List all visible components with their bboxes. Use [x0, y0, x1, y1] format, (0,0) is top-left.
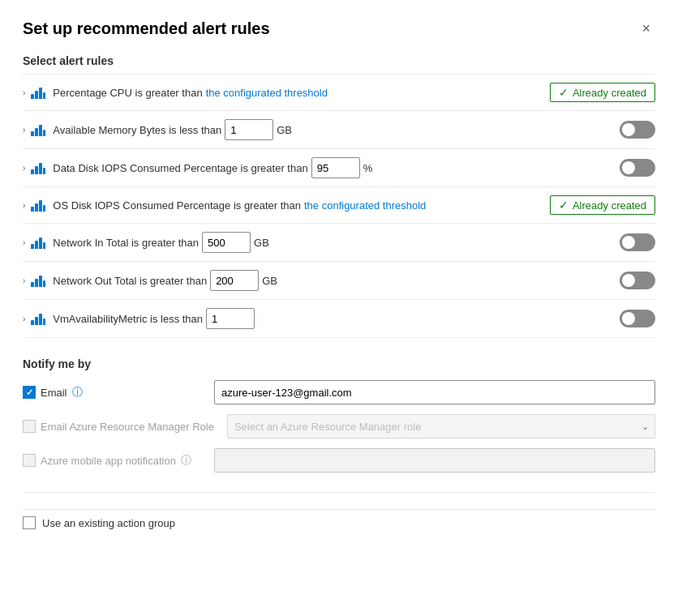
mobile-checkbox[interactable] — [23, 454, 36, 467]
threshold-input-networkout[interactable] — [210, 270, 259, 291]
metric-icon-cpu — [30, 84, 46, 101]
rule-text-networkout: Network Out Total is greater than GB — [53, 270, 581, 291]
rule-text-vmavail: VmAvailabilityMetric is less than — [53, 308, 581, 329]
email-label: Email — [41, 387, 67, 399]
dialog: Set up recommended alert rules × Select … — [0, 0, 678, 616]
rule-text-cpu: Percentage CPU is greater than the confi… — [53, 87, 540, 99]
threshold-input-networkin[interactable] — [202, 232, 251, 253]
metric-icon-networkout — [30, 272, 46, 289]
chevron-right-icon-networkin: › — [23, 238, 25, 247]
mobile-label-col: Azure mobile app notification ⓘ — [23, 453, 201, 468]
metric-icon-vmavail — [30, 310, 46, 327]
toggle-slider-networkout — [620, 272, 655, 289]
toggle-slider-diskiops — [620, 159, 655, 177]
rule-link-cpu[interactable]: the configurated threshold — [206, 87, 328, 99]
chevron-right-icon-vmavail: › — [23, 314, 25, 323]
rule-action-networkin — [590, 233, 655, 251]
rule-row-osdisk: › OS Disk IOPS Consumed Percentage is gr… — [23, 187, 655, 224]
chevron-right-icon: › — [23, 88, 25, 97]
dialog-header: Set up recommended alert rules × — [23, 19, 655, 38]
already-created-badge-osdisk: ✓ Already created — [550, 195, 655, 215]
already-created-badge-cpu: ✓ Already created — [550, 83, 655, 102]
toggle-slider-networkin — [620, 233, 655, 251]
toggle-slider-memory — [620, 121, 655, 139]
threshold-input-memory[interactable] — [225, 119, 273, 140]
arm-select[interactable]: Select an Azure Resource Manager role — [227, 414, 655, 438]
rule-action-diskiops — [590, 159, 655, 177]
arm-checkbox[interactable] — [23, 420, 36, 433]
notify-section: Notify me by Email ⓘ Email Azure Resourc… — [23, 357, 655, 493]
chevron-right-icon-osdisk: › — [23, 201, 25, 210]
rule-row-memory: › Available Memory Bytes is less than GB — [23, 111, 655, 149]
check-icon-osdisk: ✓ — [559, 199, 569, 212]
expand-networkout[interactable]: › — [23, 276, 30, 285]
toggle-diskiops[interactable] — [620, 159, 655, 177]
notify-row-arm: Email Azure Resource Manager Role Select… — [23, 414, 655, 438]
expand-cpu[interactable]: › — [23, 88, 30, 97]
threshold-input-diskiops[interactable] — [311, 157, 360, 178]
dialog-title: Set up recommended alert rules — [23, 19, 270, 38]
rule-link-osdisk[interactable]: the configurated threshold — [304, 199, 426, 212]
rule-row-cpu: › Percentage CPU is greater than the con… — [23, 75, 655, 111]
action-group-checkbox[interactable] — [23, 516, 36, 529]
rule-row-networkin: › Network In Total is greater than GB — [23, 224, 655, 262]
mobile-info-icon[interactable]: ⓘ — [181, 453, 191, 468]
metric-icon-networkin — [30, 234, 46, 250]
rule-action-cpu: ✓ Already created — [550, 83, 655, 102]
rule-action-networkout — [590, 272, 655, 289]
email-label-col: Email ⓘ — [23, 385, 201, 400]
chevron-right-icon-diskiops: › — [23, 164, 25, 173]
rule-action-memory — [590, 121, 655, 139]
chevron-right-icon-networkout: › — [23, 276, 25, 285]
rule-text-memory: Available Memory Bytes is less than GB — [53, 119, 581, 140]
rule-row-diskiops: › Data Disk IOPS Consumed Percentage is … — [23, 149, 655, 187]
expand-vmavail[interactable]: › — [23, 314, 30, 323]
toggle-slider-vmavail — [620, 310, 655, 327]
rule-row-networkout: › Network Out Total is greater than GB — [23, 262, 655, 300]
toggle-networkout[interactable] — [620, 272, 655, 289]
rules-section: Select alert rules › Percentage CPU is g… — [23, 54, 655, 338]
expand-memory[interactable]: › — [23, 126, 30, 135]
mobile-input — [214, 448, 655, 473]
action-group-row: Use an existing action group — [23, 509, 655, 529]
email-info-icon[interactable]: ⓘ — [72, 385, 83, 400]
expand-diskiops[interactable]: › — [23, 164, 30, 173]
metric-icon-diskiops — [30, 160, 46, 176]
metric-icon-osdisk — [30, 197, 46, 213]
rule-text-networkin: Network In Total is greater than GB — [53, 232, 581, 253]
rule-action-osdisk: ✓ Already created — [550, 195, 655, 215]
rules-list: › Percentage CPU is greater than the con… — [23, 74, 655, 338]
check-icon-cpu: ✓ — [559, 86, 569, 99]
action-group-label: Use an existing action group — [42, 517, 175, 529]
arm-label: Email Azure Resource Manager Role — [41, 421, 214, 433]
rule-text-diskiops: Data Disk IOPS Consumed Percentage is gr… — [53, 157, 581, 178]
notify-row-email: Email ⓘ — [23, 380, 655, 404]
rule-text-osdisk: OS Disk IOPS Consumed Percentage is grea… — [53, 199, 540, 212]
toggle-memory[interactable] — [620, 121, 655, 139]
email-checkbox[interactable] — [23, 386, 36, 399]
mobile-label: Azure mobile app notification — [41, 455, 176, 467]
notify-row-mobile: Azure mobile app notification ⓘ — [23, 448, 655, 473]
notify-section-label: Notify me by — [23, 357, 655, 370]
arm-select-wrapper: Select an Azure Resource Manager role ⌄ — [227, 414, 655, 438]
toggle-networkin[interactable] — [620, 233, 655, 251]
chevron-right-icon-memory: › — [23, 126, 25, 135]
metric-icon-memory — [30, 122, 46, 138]
email-input[interactable] — [214, 380, 655, 404]
threshold-input-vmavail[interactable] — [206, 308, 255, 329]
expand-networkin[interactable]: › — [23, 238, 30, 247]
rule-row-vmavail: › VmAvailabilityMetric is less than — [23, 300, 655, 338]
arm-label-col: Email Azure Resource Manager Role — [23, 420, 214, 433]
close-button[interactable]: × — [637, 19, 655, 37]
toggle-vmavail[interactable] — [620, 310, 655, 327]
rules-section-label: Select alert rules — [23, 54, 655, 67]
expand-osdisk[interactable]: › — [23, 201, 30, 210]
rule-action-vmavail — [590, 310, 655, 327]
